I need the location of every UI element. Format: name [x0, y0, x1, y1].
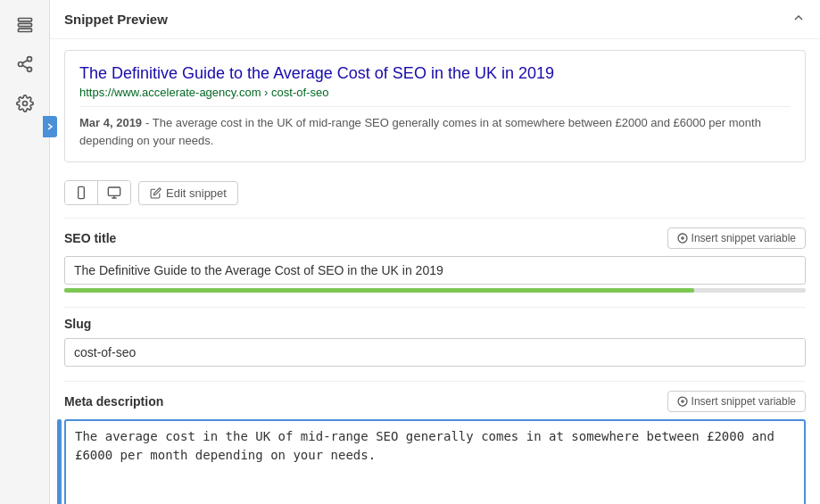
- sidebar-collapse-btn[interactable]: [43, 116, 57, 137]
- seo-title-progress-bar: [64, 288, 806, 293]
- snippet-toolbar: Edit snippet: [50, 173, 820, 218]
- slug-section: Slug: [50, 308, 820, 381]
- seo-title-label: SEO title: [64, 231, 116, 245]
- section-collapse-btn[interactable]: [791, 11, 806, 28]
- seo-title-insert-var-label: Insert snippet variable: [692, 232, 796, 244]
- seo-title-input[interactable]: [64, 256, 806, 285]
- svg-rect-1: [18, 23, 31, 26]
- sidebar-list-btn[interactable]: [7, 7, 43, 43]
- svg-point-4: [18, 62, 22, 67]
- svg-point-8: [22, 102, 27, 106]
- meta-description-label: Meta description: [64, 394, 163, 409]
- snippet-date-desc: Mar 4, 2019 - The average cost in the UK…: [79, 106, 791, 149]
- edit-snippet-button[interactable]: Edit snippet: [138, 181, 238, 205]
- meta-desc-active-indicator: [57, 419, 62, 504]
- snippet-url: https://www.accelerate-agency.com › cost…: [79, 86, 791, 99]
- meta-description-textarea[interactable]: The average cost in the UK of mid-range …: [64, 419, 806, 504]
- snippet-title[interactable]: The Definitive Guide to the Average Cost…: [79, 63, 791, 84]
- svg-rect-11: [108, 187, 120, 195]
- snippet-separator: -: [145, 116, 153, 129]
- desktop-device-btn[interactable]: [98, 181, 130, 204]
- edit-snippet-label: Edit snippet: [166, 186, 227, 200]
- seo-title-section: SEO title Insert snippet variable: [50, 219, 820, 307]
- svg-point-3: [27, 57, 31, 62]
- meta-description-section: Meta description Insert snippet variable…: [50, 382, 820, 504]
- seo-title-header: SEO title Insert snippet variable: [64, 227, 806, 249]
- seo-title-insert-var-btn[interactable]: Insert snippet variable: [667, 227, 806, 249]
- mobile-device-btn[interactable]: [65, 181, 98, 204]
- svg-rect-0: [18, 19, 31, 21]
- slug-label: Slug: [64, 317, 91, 331]
- svg-line-6: [22, 65, 28, 68]
- sidebar-share-btn[interactable]: [7, 46, 43, 82]
- meta-description-insert-var-btn[interactable]: Insert snippet variable: [667, 391, 806, 412]
- snippet-date: Mar 4, 2019: [79, 116, 142, 129]
- svg-point-5: [27, 67, 31, 71]
- snippet-description: The average cost in the UK of mid-range …: [79, 116, 761, 147]
- sidebar: [0, 0, 50, 504]
- meta-description-insert-var-label: Insert snippet variable: [692, 395, 796, 408]
- slug-input[interactable]: [64, 338, 806, 367]
- device-toggle: [64, 180, 131, 205]
- section-header: Snippet Preview: [50, 0, 820, 39]
- slug-header: Slug: [64, 317, 806, 331]
- sidebar-settings-btn[interactable]: [7, 86, 43, 121]
- svg-rect-2: [18, 29, 31, 31]
- svg-rect-9: [79, 187, 85, 199]
- section-title: Snippet Preview: [64, 12, 168, 27]
- seo-title-progress-fill: [64, 288, 694, 293]
- meta-description-header: Meta description Insert snippet variable: [64, 391, 806, 412]
- snippet-preview-box: The Definitive Guide to the Average Cost…: [64, 50, 806, 162]
- main-content: Snippet Preview The Definitive Guide to …: [50, 0, 820, 504]
- svg-line-7: [22, 60, 28, 62]
